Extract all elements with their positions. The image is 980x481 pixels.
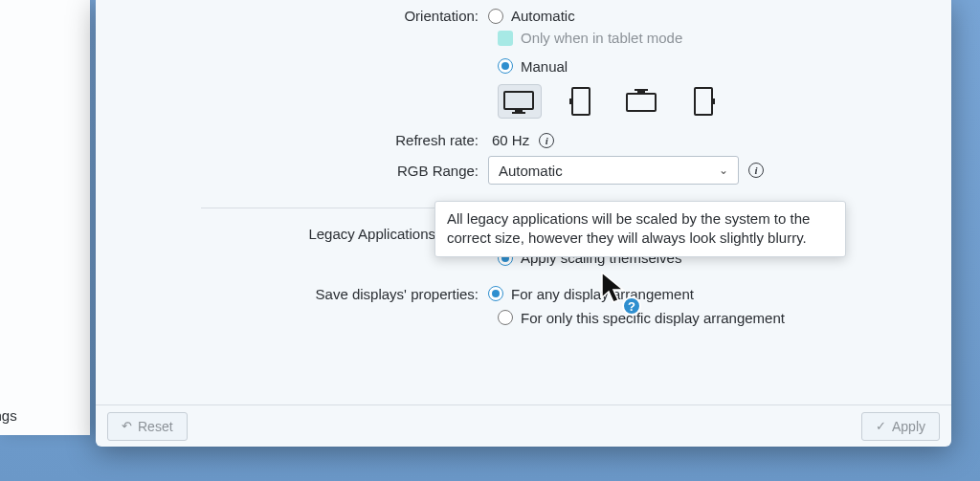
save-any-radio[interactable]: For any display arrangement	[488, 286, 694, 302]
orientation-auto-text: Automatic	[511, 8, 575, 24]
check-icon: ✓	[876, 419, 886, 433]
rgb-range-label: RGB Range:	[96, 163, 488, 179]
rgb-range-value: Automatic	[499, 163, 563, 179]
reset-button[interactable]: ↶ Reset	[107, 412, 188, 441]
chevron-down-icon: ⌄	[719, 164, 728, 177]
legacy-tooltip-text: All legacy applications will be scaled b…	[447, 210, 810, 246]
orientation-portrait-left-button[interactable]	[559, 84, 603, 119]
orientation-buttons	[498, 84, 940, 119]
orientation-label: Orientation:	[96, 8, 488, 24]
apply-button[interactable]: ✓ Apply	[861, 412, 940, 441]
reset-button-label: Reset	[138, 419, 173, 434]
undo-icon: ↶	[122, 419, 132, 433]
orientation-portrait-right-button[interactable]	[681, 84, 725, 119]
orientation-tablet-check: Only when in tablet mode	[498, 30, 682, 46]
orientation-auto-radio[interactable]: Automatic	[488, 8, 575, 24]
svg-rect-8	[695, 88, 712, 115]
footer-bar: ↶ Reset ✓ Apply	[96, 404, 951, 447]
save-specific-text: For only this specific display arrangeme…	[521, 310, 785, 326]
rgb-info-icon[interactable]: i	[748, 163, 764, 178]
svg-rect-6	[637, 91, 645, 93]
orientation-landscape-button[interactable]	[498, 84, 542, 119]
orientation-landscape-flipped-button[interactable]	[620, 84, 664, 119]
svg-rect-3	[572, 88, 590, 115]
svg-rect-0	[504, 92, 533, 109]
svg-rect-7	[635, 89, 648, 91]
legacy-apps-label: Legacy Applications (X11):	[96, 226, 488, 242]
apply-button-label: Apply	[892, 419, 925, 434]
svg-rect-9	[711, 98, 715, 104]
refresh-rate-label: Refresh rate:	[96, 132, 488, 148]
svg-rect-5	[627, 94, 656, 111]
svg-rect-4	[569, 98, 573, 104]
svg-rect-1	[515, 110, 523, 112]
orientation-manual-text: Manual	[521, 58, 568, 75]
orientation-tablet-text: Only when in tablet mode	[521, 30, 682, 46]
refresh-rate-value: 60 Hz	[492, 132, 529, 148]
sidebar-truncated-text: tings	[0, 407, 17, 424]
svg-rect-2	[512, 112, 525, 114]
rgb-range-combo[interactable]: Automatic ⌄	[488, 156, 739, 185]
sidebar-fragment: tings	[0, 0, 90, 435]
save-any-text: For any display arrangement	[511, 286, 694, 302]
save-displays-label: Save displays' properties:	[96, 286, 488, 302]
orientation-manual-radio[interactable]: Manual	[498, 58, 568, 75]
refresh-info-icon[interactable]: i	[539, 133, 554, 148]
save-specific-radio[interactable]: For only this specific display arrangeme…	[498, 310, 785, 326]
legacy-tooltip: All legacy applications will be scaled b…	[434, 201, 846, 257]
